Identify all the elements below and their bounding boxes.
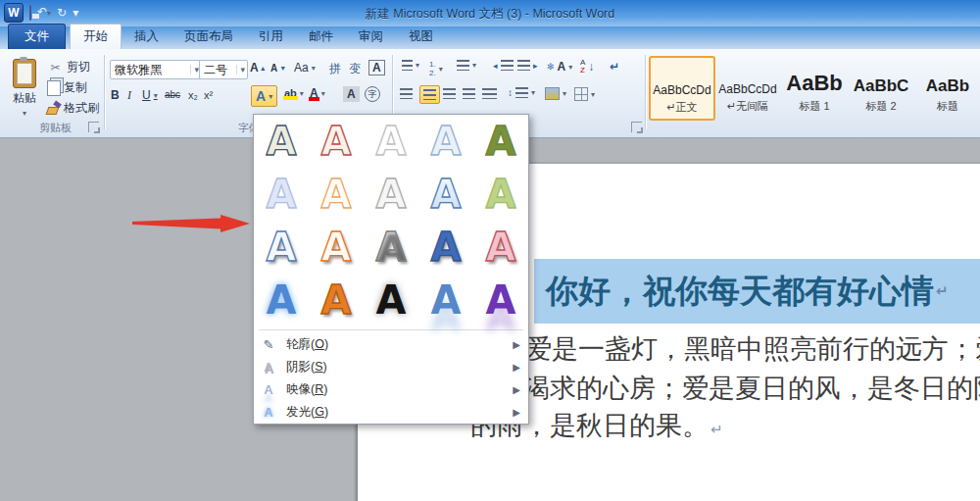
italic-button[interactable]: I [127,88,131,103]
chevron-down-icon[interactable]: ▾ [269,92,272,101]
reflection-icon: A [260,382,277,397]
numbering-button[interactable]: 1.2.▾ [429,60,443,77]
align-right-button[interactable] [443,88,456,99]
underline-button[interactable]: U▾ [142,88,158,102]
style-标题[interactable]: AaBb标题 [915,56,980,119]
borders-button[interactable]: ▾ [574,87,595,101]
text-effect-style-20[interactable]: A [473,274,528,326]
text-effect-style-18[interactable]: A [364,274,418,326]
text-effect-style-11[interactable]: A [254,221,309,274]
show-paragraph-marks-button[interactable]: ↵ [610,60,619,74]
text-effect-style-16[interactable]: A [254,274,309,326]
body-text-line[interactable]: 爱是一盏灯，黑暗中照亮前行的远方；爱是一首诗 [525,331,980,367]
text-effect-style-19[interactable]: A [418,274,473,326]
shrink-font-button[interactable]: A▼ [270,63,286,74]
text-effect-style-3[interactable]: A [364,115,418,168]
text-effect-style-14[interactable]: A [418,221,473,274]
character-border-button[interactable]: A [368,60,385,75]
tab-page-layout[interactable]: 页面布局 [172,25,246,49]
paste-dropdown-icon[interactable]: ▾ [23,109,26,118]
text-effect-style-1[interactable]: A [254,115,309,168]
menu-item-G[interactable]: A发光(G)▶ [254,401,528,424]
shading-button[interactable]: ▾ [545,87,566,100]
tab-insert[interactable]: 插入 [122,25,172,49]
tab-mailings[interactable]: 邮件 [296,25,346,49]
characters-button[interactable]: 变 [349,61,361,77]
superscript-button[interactable]: x² [204,89,213,101]
style-标题2[interactable]: AaBbC标题 2 [849,56,913,119]
body-text-line[interactable]: 温暖渴求的心房；爱是夏日的风，是冬日的阳，是 [470,371,980,406]
increase-indent-button[interactable]: ▸ [517,60,538,71]
line-spacing-button[interactable]: ↕▾ [508,87,535,98]
text-effect-style-12[interactable]: A [309,221,364,274]
cut-button[interactable]: ✂ 剪切 [47,59,90,75]
decrease-indent-icon [501,60,514,71]
copy-button[interactable]: 复制 [47,79,87,96]
font-size-combobox[interactable]: 二号▾ [199,60,248,79]
shadow-icon: A [260,360,277,375]
enclose-characters-button[interactable]: 字 [365,86,380,102]
text-effect-style-10[interactable]: A [473,168,528,221]
font-name-combobox[interactable]: 微软雅黑▾ [110,60,202,79]
distribute-button[interactable] [482,88,497,99]
group-separator [645,55,646,129]
tab-review[interactable]: 审阅 [346,25,396,49]
grow-font-button[interactable]: A▲ [250,61,267,75]
text-effects-button[interactable]: A ▾ [251,85,277,107]
tab-home[interactable]: 开始 [70,24,122,49]
tab-view[interactable]: 视图 [396,25,446,49]
outline-icon: ✎ [260,337,277,352]
text-effect-style-2[interactable]: A [309,115,364,168]
align-center-button[interactable] [419,85,440,104]
tab-references[interactable]: 引用 [246,25,296,49]
word-window: W ↶▾ ↻ ▾ 新建 Microsoft Word 文档 (3) - Micr… [0,0,980,501]
style-标题1[interactable]: AaBb标题 1 [782,56,847,119]
align-left-button[interactable] [400,88,413,99]
paragraph-dialog-launcher-icon[interactable] [631,122,642,132]
selected-heading-text[interactable]: 你好，祝你每天都有好心情↵ [534,259,980,324]
text-effect-style-7[interactable]: A [309,168,364,221]
menu-item-S[interactable]: A阴影(S)▶ [254,356,528,378]
chevron-down-icon[interactable]: ▾ [190,65,199,75]
menu-item-label: 发光(G) [286,404,328,421]
menu-item-O[interactable]: ✎轮廓(O)▶ [254,333,528,356]
text-effect-style-13[interactable]: A [364,221,418,274]
style-无间隔[interactable]: AaBbCcDd↵无间隔 [715,56,780,119]
menu-item-R[interactable]: A映像(R)▶ [254,378,528,401]
text-effect-style-6[interactable]: A [254,168,309,221]
highlight-icon: ab [284,87,297,99]
format-painter-button[interactable]: 格式刷 [47,100,99,117]
phonetic-guide-button[interactable]: 拼 [329,61,341,77]
highlight-color-button[interactable]: ab ▾ [284,87,304,99]
strikethrough-button[interactable]: abc [165,89,180,100]
bullets-icon [402,60,413,71]
paste-button[interactable]: 粘贴 ▾ [8,59,41,118]
text-effect-style-8[interactable]: A [364,168,418,221]
clipboard-dialog-launcher-icon[interactable] [88,122,99,132]
character-shading-button[interactable]: A [343,86,360,102]
text-effect-style-15[interactable]: A [473,221,528,274]
bold-button[interactable]: B [111,88,120,102]
font-color-button[interactable]: A ▾ [310,86,325,100]
decrease-indent-button[interactable]: ◂ [493,60,514,71]
text-effect-style-5[interactable]: A [473,115,528,168]
align-center-icon [423,89,436,100]
change-case-button[interactable]: Aa▾ [294,61,316,75]
chevron-down-icon[interactable]: ▾ [236,65,245,75]
asian-layout-button[interactable]: ✻A▾ [547,60,572,74]
style-sample: AaBb [786,71,842,96]
text-effect-style-9[interactable]: A [418,168,473,221]
subscript-button[interactable]: x₂ [188,89,198,101]
style-label: 标题 [937,99,958,114]
text-effect-style-17[interactable]: A [309,274,364,326]
bullets-button[interactable]: ▾ [402,60,419,71]
style-正文[interactable]: AaBbCcDd↵正文 [649,56,715,121]
text-effect-style-4[interactable]: A [418,115,473,168]
sort-button[interactable]: AZ↓ [580,59,594,75]
tab-file[interactable]: 文件 [8,24,66,49]
paste-icon [13,59,36,88]
multilevel-list-button[interactable]: ▾ [457,60,476,71]
paragraph-mark: ↵ [936,282,949,300]
justify-button[interactable] [463,88,475,99]
multilevel-list-icon [457,60,469,71]
